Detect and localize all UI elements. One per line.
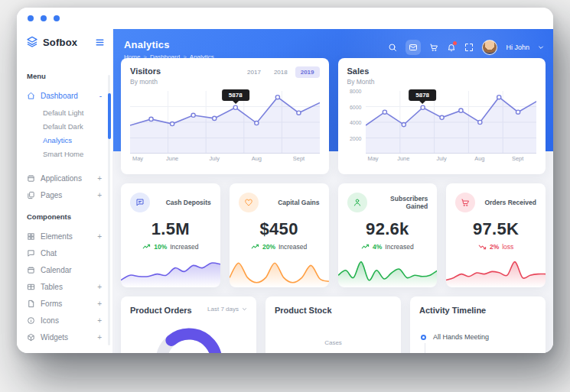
sidebar-scrollbar-track: [108, 75, 110, 345]
sidebar-item-default-light[interactable]: Default Light: [43, 105, 102, 119]
cart-icon: [455, 193, 475, 212]
card-title: Visitors: [130, 66, 161, 76]
range-dropdown[interactable]: Last 7 days: [207, 306, 247, 313]
window-control-dot[interactable]: [28, 15, 34, 21]
sidebar-item-label: Chat: [41, 249, 57, 258]
sidebar-item-label: Elements: [41, 232, 73, 241]
pages-icon: [27, 191, 35, 199]
heart-icon: [239, 193, 259, 212]
sidebar-item-chat[interactable]: Chat: [27, 245, 102, 261]
activity-timeline-card: Activity Timeline All Hands Meeting: [410, 296, 546, 353]
sidebar-nav: Menu Dashboard - Default Light Default D…: [17, 55, 112, 353]
chart-tooltip: 5878: [409, 89, 436, 101]
expand-indicator: +: [97, 333, 102, 342]
card-title: Product Orders: [130, 306, 192, 315]
menu-section-label: Menu: [27, 72, 102, 80]
sales-line-chart: [366, 91, 537, 154]
capital-gains-sparkline: [230, 257, 329, 287]
sidebar-item-label: Dashboard: [41, 92, 78, 100]
trend-up-icon: [142, 244, 151, 250]
sidebar-item-default-dark[interactable]: Default Dark: [43, 119, 102, 133]
trend-down-icon: [478, 244, 487, 250]
sidebar-item-forms[interactable]: Forms +: [27, 295, 102, 312]
sidebar-item-label: Tables: [41, 283, 63, 291]
sidebar-item-calendar[interactable]: Calendar: [27, 261, 102, 278]
stat-delta: 4%Increased: [347, 243, 428, 251]
main-area: Analytics Home > Dashboard > Analytics: [113, 29, 553, 353]
expand-indicator: +: [97, 174, 102, 183]
sidebar-item-applications[interactable]: Applications +: [27, 170, 102, 186]
sidebar-toggle-icon[interactable]: [95, 37, 105, 47]
box-icon: [27, 333, 35, 342]
sidebar-item-widgets[interactable]: Widgets +: [27, 329, 102, 345]
sidebar: Sofbox Menu Dashboard - Default Light De…: [17, 29, 113, 353]
stat-value: 92.6k: [347, 219, 428, 239]
sidebar-item-label: Forms: [41, 300, 62, 308]
info-circle-icon: [27, 316, 35, 325]
timeline-bullet-icon: [421, 335, 426, 340]
card-title: Activity Timeline: [419, 306, 486, 315]
chevron-down-icon: [242, 306, 247, 312]
card-title: Product Stock: [275, 306, 332, 315]
stat-delta: 2%loss: [455, 243, 536, 251]
calendar-icon: [27, 266, 35, 274]
chart-tooltip: 5878: [222, 89, 249, 101]
sidebar-item-label: Calendar: [41, 266, 72, 274]
sidebar-scrollbar-thumb[interactable]: [108, 93, 111, 139]
window-control-dot[interactable]: [54, 15, 60, 21]
sidebar-item-label: Widgets: [41, 333, 68, 342]
product-stock-card: Product Stock Cases: [265, 296, 401, 353]
sidebar-item-label: Icons: [41, 316, 59, 325]
sidebar-item-label: Applications: [41, 174, 82, 183]
table-icon: [27, 283, 35, 291]
sidebar-item-pages[interactable]: Pages +: [27, 186, 102, 203]
card-title: Sales: [347, 66, 375, 76]
window-titlebar: [17, 8, 553, 29]
stat-value: $450: [239, 219, 320, 239]
app-window: Sofbox Menu Dashboard - Default Light De…: [17, 8, 553, 353]
trend-up-icon: [361, 244, 370, 250]
stat-value: 1.5M: [130, 219, 211, 239]
window-control-dot[interactable]: [41, 15, 47, 21]
bottom-row: Product Orders Last 7 days: [121, 296, 546, 353]
sidebar-item-elements[interactable]: Elements +: [27, 228, 102, 245]
y-axis-labels: 8000600040002000: [347, 91, 366, 154]
stat-card-capital-gains: Capital Gains $450 20%Increased: [230, 183, 329, 287]
user-icon: [347, 193, 367, 212]
sidebar-item-icons[interactable]: Icons +: [27, 312, 102, 329]
sidebar-item-smart-home[interactable]: Smart Home: [43, 147, 102, 160]
stat-label: Capital Gains: [278, 199, 319, 206]
home-icon: [27, 92, 35, 100]
stock-axis-label: Cases: [275, 339, 392, 346]
collapse-indicator: -: [99, 92, 102, 100]
stat-card-subscribers: Subscribers Gained 92.6k 4%Increased: [338, 183, 438, 287]
expand-indicator: +: [97, 191, 102, 199]
cash-deposits-sparkline: [121, 257, 220, 287]
card-subtitle: By Month: [347, 78, 375, 86]
subscribers-sparkline: [338, 257, 438, 287]
stat-label: Cash Deposits: [166, 199, 211, 206]
year-filter: 2017 2018 2019: [242, 66, 319, 78]
sidebar-item-label: Pages: [41, 191, 62, 199]
brand-name: Sofbox: [43, 37, 77, 48]
expand-indicator: +: [97, 283, 102, 291]
year-2018-button[interactable]: 2018: [269, 66, 293, 78]
file-icon: [27, 300, 35, 308]
year-2017-button[interactable]: 2017: [242, 66, 266, 78]
sidebar-item-analytics[interactable]: Analytics: [43, 133, 102, 147]
card-subtitle: By month: [130, 78, 161, 86]
x-axis-labels: MayJuneJulyAugSept: [130, 154, 320, 163]
stat-value: 97.5K: [455, 219, 536, 239]
sidebar-item-tables[interactable]: Tables +: [27, 278, 102, 295]
stat-card-cash-deposits: Cash Deposits 1.5M 10%Increased: [121, 183, 220, 287]
sales-card: Sales By Month 8000600040002000 5878 May…: [338, 58, 546, 174]
message-icon: [130, 193, 150, 212]
chat-icon: [27, 249, 35, 258]
year-2019-button[interactable]: 2019: [295, 66, 320, 78]
visitors-card: Visitors By month 2017 2018 2019: [121, 58, 329, 174]
stat-label: Orders Received: [484, 199, 536, 206]
sidebar-item-dashboard[interactable]: Dashboard -: [27, 87, 102, 104]
expand-indicator: +: [97, 232, 102, 241]
stat-label: Subscribers Gained: [367, 195, 428, 210]
stats-row: Cash Deposits 1.5M 10%Increased: [121, 183, 546, 287]
